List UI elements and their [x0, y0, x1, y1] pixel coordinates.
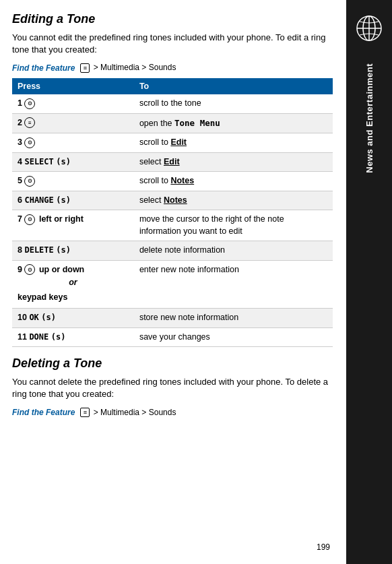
table-row: 4 SELECT (s) select Edit	[12, 152, 333, 172]
table-row: 11 DONE (s) save your changes	[12, 327, 333, 347]
select-key: SELECT	[24, 157, 53, 166]
to-cell: scroll to Edit	[134, 133, 333, 153]
to-cell: save your changes	[134, 327, 333, 347]
delete-paren: (s)	[56, 245, 71, 255]
press-cell: 6 CHANGE (s)	[12, 191, 134, 210]
row-num: 3	[18, 137, 22, 147]
nav-circle-icon: ⊙	[24, 176, 35, 187]
row-num: 1	[18, 98, 22, 108]
press-cell: 10 OK (s)	[12, 309, 134, 328]
editing-title: Editing a Tone	[12, 12, 333, 26]
to-cell: delete note information	[134, 241, 333, 261]
col-press: Press	[12, 78, 134, 94]
edit-label2: Edit	[164, 157, 180, 166]
table-row: 7 ⊙ left or right move the cursor to the…	[12, 210, 333, 241]
row-num: 5	[18, 176, 22, 185]
press-cell: 1 ⊙	[12, 94, 134, 113]
edit-label: Edit	[170, 137, 187, 147]
table-row: 2 ≡ open the Tone Menu	[12, 113, 333, 133]
main-content: Editing a Tone You cannot edit the prede…	[0, 0, 346, 564]
to-cell: select Edit	[134, 152, 333, 172]
globe-icon	[354, 13, 384, 43]
press-cell: 2 ≡	[12, 113, 134, 133]
menu-btn-icon: ≡	[24, 117, 35, 128]
to-cell: move the cursor to the right of the note…	[134, 210, 333, 241]
deleting-find-path: ≡ > Multimedia > Sounds	[80, 408, 176, 418]
press-cell: 8 DELETE (s)	[12, 241, 134, 261]
deleting-title: Deleting a Tone	[12, 356, 333, 371]
to-cell: open the Tone Menu	[134, 113, 333, 133]
row-num: 8	[18, 245, 22, 255]
or-text: or	[18, 276, 129, 290]
deleting-find-label: Find the Feature	[12, 408, 75, 417]
ok-key: OK	[29, 313, 38, 322]
press-cell: 7 ⊙ left or right	[12, 210, 134, 241]
delete-key: DELETE	[24, 245, 53, 255]
menu-icon-deleting: ≡	[80, 408, 90, 417]
ok-paren: (s)	[41, 313, 56, 322]
row-num: 9	[18, 265, 22, 274]
sidebar-text: News and Entertainment	[364, 63, 374, 173]
press-cell: 3 ⊙	[12, 133, 134, 153]
page-number: 199	[317, 542, 330, 552]
row-num: 2	[18, 118, 22, 127]
keypad-text: keypad keys	[18, 290, 129, 305]
row-num: 11	[18, 332, 27, 342]
editing-find-feature: Find the Feature ≡ > Multimedia > Sounds	[12, 63, 333, 73]
editing-table: Press To 1 ⊙ scroll to the tone 2 ≡ open…	[12, 78, 333, 347]
change-paren: (s)	[56, 195, 71, 205]
editing-desc: You cannot edit the predefined ring tone…	[12, 32, 333, 56]
nav-circle-icon: ⊙	[24, 137, 35, 148]
press-cell: 4 SELECT (s)	[12, 152, 134, 172]
notes-label: Notes	[170, 176, 194, 185]
change-key: CHANGE	[24, 195, 53, 205]
tone-menu-label: Tone Menu	[174, 118, 220, 128]
row-num: 6	[18, 195, 22, 205]
select-paren: (s)	[56, 157, 71, 166]
table-row: 6 CHANGE (s) select Notes	[12, 191, 333, 210]
table-row: 1 ⊙ scroll to the tone	[12, 94, 333, 113]
to-cell: scroll to the tone	[134, 94, 333, 113]
to-cell: select Notes	[134, 191, 333, 210]
done-paren: (s)	[51, 332, 66, 342]
table-row: 10 OK (s) store new note information	[12, 309, 333, 328]
nav-circle-icon: ⊙	[24, 264, 35, 275]
notes-label2: Notes	[164, 195, 187, 205]
table-row: 5 ⊙ scroll to Notes	[12, 172, 333, 191]
done-key: DONE	[29, 332, 48, 342]
deleting-find-feature: Find the Feature ≡ > Multimedia > Sounds	[12, 408, 333, 418]
press-cell: 11 DONE (s)	[12, 327, 134, 347]
press-cell: 9 ⊙ up or down or keypad keys	[12, 260, 134, 309]
menu-icon-editing: ≡	[80, 63, 90, 73]
table-row: 3 ⊙ scroll to Edit	[12, 133, 333, 153]
col-to: To	[134, 78, 333, 94]
row-num: 7	[18, 214, 22, 224]
editing-find-label: Find the Feature	[12, 63, 75, 73]
sidebar: News and Entertainment	[346, 0, 392, 564]
row-num: 10	[18, 313, 27, 322]
table-row: 9 ⊙ up or down or keypad keys enter new …	[12, 260, 333, 309]
to-cell: store new note information	[134, 309, 333, 328]
row-num: 4	[18, 157, 22, 166]
deleting-desc: You cannot delete the predefined ring to…	[12, 376, 333, 400]
nav-circle-icon: ⊙	[24, 214, 35, 225]
editing-find-path: ≡ > Multimedia > Sounds	[80, 63, 176, 73]
press-cell: 5 ⊙	[12, 172, 134, 191]
to-cell: enter new note information	[134, 260, 333, 309]
to-cell: scroll to Notes	[134, 172, 333, 191]
nav-circle-icon: ⊙	[24, 98, 35, 109]
table-row: 8 DELETE (s) delete note information	[12, 241, 333, 261]
